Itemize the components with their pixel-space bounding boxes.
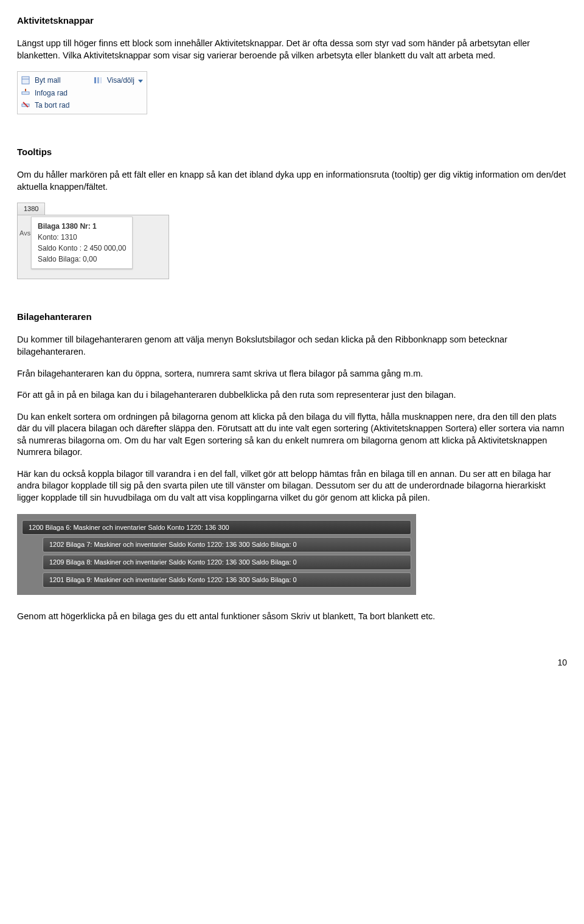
svg-rect-2 [94,77,96,83]
template-icon [20,75,31,85]
para-bh-4: Du kan enkelt sortera om ordningen på bi… [17,411,567,459]
columns-icon [92,75,103,85]
tooltip-side-label: Avs [19,229,30,238]
heading-aktivitetsknappar: Aktivitetsknappar [17,15,567,27]
tooltip-box: Bilaga 1380 Nr: 1 Konto: 1310 Saldo Kont… [31,217,133,269]
bilaga-row-child[interactable]: 1202 Bilaga 7: Maskiner och inventarier … [43,537,411,552]
para-bh-6: Genom att högerklicka på en bilaga ges d… [17,611,567,623]
para-bh-5: Här kan du också koppla bilagor till var… [17,468,567,504]
bilaga-row-child[interactable]: 1209 Bilaga 8: Maskiner och inventarier … [43,555,411,570]
bilaga-tree: 1200 Bilaga 6: Maskiner och inventarier … [17,514,416,595]
svg-rect-0 [22,77,29,84]
para-bh-3: För att gå in på en bilaga kan du i bila… [17,389,567,401]
tooltip-line-1: Bilaga 1380 Nr: 1 [38,222,97,231]
para-bh-1: Du kommer till bilagehanteraren genom at… [17,334,567,358]
tooltip-example: 1380 Avs Bilaga 1380 Nr: 1 Konto: 1310 S… [17,203,169,279]
tooltip-tab[interactable]: 1380 [17,203,45,215]
tooltip-line-3: Saldo Konto : 2 450 000,00 [38,243,126,254]
delete-row-icon [20,100,31,110]
para-aktivitetsknappar: Längst upp till höger finns ett block so… [17,38,567,61]
tooltip-line-4: Saldo Bilaga: 0,00 [38,254,126,265]
activity-buttons-toolbar: Byt mall Visa/dölj Infoga rad Ta bort ra… [17,71,147,114]
svg-rect-5 [22,92,29,94]
chevron-down-icon [138,80,143,83]
toolbar-item-ta-bort-rad[interactable]: Ta bort rad [35,100,69,110]
toolbar-item-label: Visa/dölj [107,76,134,85]
bilaga-row-child[interactable]: 1201 Bilaga 9: Maskiner och inventarier … [43,572,411,588]
toolbar-item-visa-dolj[interactable]: Visa/dölj [107,75,143,85]
svg-rect-3 [97,77,99,83]
heading-tooltips: Tooltips [17,146,567,158]
bilaga-row-root[interactable]: 1200 Bilaga 6: Maskiner och inventarier … [22,520,411,535]
svg-rect-4 [100,77,102,83]
page-number: 10 [17,633,567,669]
toolbar-item-infoga-rad[interactable]: Infoga rad [35,88,68,98]
heading-bilagehanteraren: Bilagehanteraren [17,311,567,323]
para-tooltips: Om du håller markören på ett fält eller … [17,169,567,193]
para-bh-2: Från bilagehanteraren kan du öppna, sort… [17,368,567,380]
toolbar-item-byt-mall[interactable]: Byt mall [35,75,61,85]
tooltip-line-2: Konto: 1310 [38,232,126,243]
insert-row-icon [20,88,31,98]
